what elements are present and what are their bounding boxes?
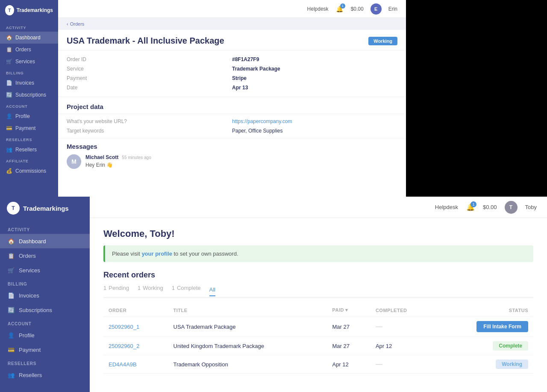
- payment-label: Payment: [67, 75, 232, 81]
- sidebar-item-payment-bottom[interactable]: 💳 Payment: [0, 342, 90, 357]
- orders-icon-bottom: 📋: [8, 252, 15, 259]
- topbar-top: Helpdesk 🔔 1 $0.00 E Erin: [58, 0, 406, 18]
- commissions-icon-top: 💰: [6, 168, 12, 174]
- orders-table: ORDER TITLE PAID ▾ COMPLETED STATUS 2509…: [103, 304, 533, 374]
- sidebar-bottom: T Trademarkings ACTIVITY 🏠 Dashboard 📋 O…: [0, 197, 90, 392]
- messages-title: Messages: [67, 143, 397, 150]
- message-sender: Michael Scott: [85, 154, 118, 160]
- order-id-cell-3: ED4A4A9B: [103, 355, 168, 374]
- section-affiliate-top: AFFILIATE: [0, 156, 58, 165]
- website-link[interactable]: https://papercompany.com: [232, 118, 397, 124]
- order-paid-cell-2: Mar 27: [327, 337, 370, 355]
- order-id-link-1[interactable]: 25092960_1: [109, 324, 139, 330]
- order-id-label: Order ID: [67, 56, 232, 62]
- bottom-panel: T Trademarkings ACTIVITY 🏠 Dashboard 📋 O…: [0, 197, 547, 392]
- col-order: ORDER: [103, 304, 168, 317]
- invoices-icon-top: 📄: [6, 80, 12, 86]
- sidebar-item-resellers-bottom[interactable]: 👥 Resellers: [0, 368, 90, 382]
- order-status-cell-2: Complete: [436, 337, 533, 355]
- filter-tab-working[interactable]: 1 Working: [138, 285, 163, 294]
- message-text: Hey Erin 👋: [85, 162, 151, 168]
- order-status-cell-1: Fill Intake Form: [436, 317, 533, 337]
- subscriptions-icon-bottom: 🔄: [8, 307, 15, 313]
- message-time: 55 minutes ago: [122, 155, 151, 160]
- profile-icon-bottom: 👤: [8, 332, 15, 339]
- payment-value: Stripe: [232, 75, 397, 81]
- logo-icon-bottom: T: [7, 202, 20, 215]
- balance-bottom: $0.00: [483, 204, 497, 210]
- home-icon-top: 🏠: [6, 35, 12, 41]
- order-detail-content: ‹ Orders USA Trademark - All Inclusive P…: [58, 18, 406, 197]
- service-label: Service: [67, 66, 232, 72]
- helpdesk-link-top[interactable]: Helpdesk: [307, 6, 329, 12]
- project-data-section-title: Project data: [58, 97, 406, 114]
- username-bottom: Toby: [525, 204, 537, 210]
- order-id-cell-2: 25092960_2: [103, 337, 168, 355]
- sidebar-item-profile-top[interactable]: 👤 Profile: [0, 110, 58, 122]
- order-id-link-2[interactable]: 25092960_2: [109, 343, 139, 349]
- main-content-bottom: Helpdesk 🔔 1 $0.00 T Toby Welcome, Toby!…: [90, 197, 547, 392]
- sidebar-item-commissions-top[interactable]: 💰 Commissions: [0, 165, 58, 177]
- service-value: Trademark Package: [232, 66, 397, 72]
- services-icon-top: 🛒: [6, 59, 12, 65]
- sidebar-item-invoices-top[interactable]: 📄 Invoices: [0, 77, 58, 89]
- order-title: USA Trademark - All Inclusive Package: [67, 36, 224, 46]
- filter-tab-pending[interactable]: 1 Pending: [103, 285, 129, 294]
- order-completed-cell-3: —: [371, 355, 436, 374]
- section-resellers-top: RESELLERS: [0, 134, 58, 144]
- filter-tab-complete[interactable]: 1 Complete: [172, 285, 201, 294]
- logo-text-top: Trademarkings: [17, 7, 53, 13]
- logo-area-top[interactable]: T Trademarkings: [0, 5, 58, 22]
- alert-profile-link[interactable]: your profile: [141, 251, 172, 257]
- dash-icon-3: —: [376, 360, 382, 368]
- date-label: Date: [67, 85, 232, 91]
- notification-badge-top: 1: [340, 3, 345, 9]
- sidebar-item-dashboard-bottom[interactable]: 🏠 Dashboard: [0, 234, 90, 248]
- order-completed-cell-2: Apr 12: [371, 337, 436, 355]
- keywords-label: Target keywords: [67, 128, 232, 134]
- avatar-bottom[interactable]: T: [505, 201, 518, 214]
- order-status-cell-3: Working: [436, 355, 533, 374]
- filter-tab-all[interactable]: All: [209, 286, 215, 296]
- fill-intake-button[interactable]: Fill Intake Form: [476, 321, 528, 332]
- logo-text-bottom: Trademarkings: [23, 205, 69, 212]
- notification-bell-top[interactable]: 🔔 1: [335, 5, 344, 13]
- topbar-bottom: Helpdesk 🔔 1 $0.00 T Toby: [90, 197, 547, 218]
- order-title-cell-2: United Kingdom Trademark Package: [168, 337, 327, 355]
- order-id-cell-1: 25092960_1: [103, 317, 168, 337]
- dash-icon-1: —: [376, 323, 382, 330]
- table-row: ED4A4A9B Trademark Opposition Apr 12 — W…: [103, 355, 533, 374]
- sidebar-item-subscriptions-top[interactable]: 🔄 Subscriptions: [0, 89, 58, 101]
- sidebar-item-services-top[interactable]: 🛒 Services: [0, 56, 58, 68]
- sidebar-item-resellers-top[interactable]: 👥 Resellers: [0, 144, 58, 156]
- order-title-cell-1: USA Trademark Package: [168, 317, 327, 337]
- sidebar-top: T Trademarkings ACTIVITY 🏠 Dashboard 📋 O…: [0, 0, 58, 197]
- col-status: STATUS: [436, 304, 533, 317]
- helpdesk-link-bottom[interactable]: Helpdesk: [435, 204, 458, 210]
- notification-bell-bottom[interactable]: 🔔 1: [466, 203, 475, 212]
- sidebar-item-invoices-bottom[interactable]: 📄 Invoices: [0, 288, 90, 303]
- services-icon-bottom: 🛒: [8, 267, 15, 274]
- sidebar-item-profile-bottom[interactable]: 👤 Profile: [0, 328, 90, 342]
- logo-area-bottom[interactable]: T Trademarkings: [0, 202, 90, 223]
- order-title-cell-3: Trademark Opposition: [168, 355, 327, 374]
- order-id-link-3[interactable]: ED4A4A9B: [109, 361, 137, 368]
- messages-section: Messages M Michael Scott 55 minutes ago …: [58, 139, 406, 173]
- message-avatar: M: [67, 154, 81, 169]
- status-badge: Working: [368, 37, 397, 45]
- sidebar-item-payment-top[interactable]: 💳 Payment: [0, 122, 58, 134]
- table-row: 25092960_1 USA Trademark Package Mar 27 …: [103, 317, 533, 337]
- order-paid-cell-3: Apr 12: [327, 355, 370, 374]
- section-activity-bottom: ACTIVITY: [0, 223, 90, 234]
- order-paid-cell-1: Mar 27: [327, 317, 370, 337]
- avatar-top[interactable]: E: [371, 3, 382, 15]
- breadcrumb[interactable]: ‹ Orders: [58, 18, 406, 30]
- chevron-left-icon: ‹: [67, 21, 68, 27]
- alert-prefix: Please visit: [112, 251, 141, 257]
- sidebar-item-orders-top[interactable]: 📋 Orders: [0, 44, 58, 56]
- sidebar-item-dashboard-top[interactable]: 🏠 Dashboard: [0, 32, 58, 44]
- orders-icon-top: 📋: [6, 47, 12, 53]
- sidebar-item-services-bottom[interactable]: 🛒 Services: [0, 263, 90, 277]
- sidebar-item-subscriptions-bottom[interactable]: 🔄 Subscriptions: [0, 303, 90, 317]
- sidebar-item-orders-bottom[interactable]: 📋 Orders: [0, 248, 90, 263]
